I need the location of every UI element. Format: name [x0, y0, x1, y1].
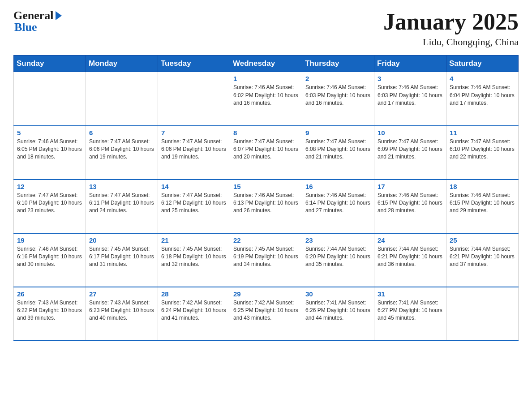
day-number: 24 [378, 236, 443, 244]
logo: General Blue [13, 9, 62, 34]
calendar-cell: 11Sunrise: 7:47 AM Sunset: 6:10 PM Dayli… [446, 126, 519, 180]
day-number: 13 [89, 183, 154, 190]
day-info: Sunrise: 7:46 AM Sunset: 6:02 PM Dayligh… [233, 84, 299, 107]
header-day-tuesday: Tuesday [158, 56, 230, 72]
calendar-cell: 30Sunrise: 7:41 AM Sunset: 6:26 PM Dayli… [302, 287, 374, 341]
day-info: Sunrise: 7:43 AM Sunset: 6:23 PM Dayligh… [89, 299, 154, 322]
day-info: Sunrise: 7:45 AM Sunset: 6:17 PM Dayligh… [89, 245, 154, 269]
day-number: 14 [161, 183, 227, 190]
day-number: 28 [161, 290, 227, 298]
calendar-cell: 9Sunrise: 7:47 AM Sunset: 6:08 PM Daylig… [302, 126, 374, 180]
day-number: 20 [89, 236, 154, 244]
day-info: Sunrise: 7:46 AM Sunset: 6:04 PM Dayligh… [450, 84, 515, 107]
day-number: 3 [378, 75, 443, 82]
calendar-cell: 18Sunrise: 7:46 AM Sunset: 6:15 PM Dayli… [446, 180, 519, 233]
calendar-cell: 10Sunrise: 7:47 AM Sunset: 6:09 PM Dayli… [374, 126, 446, 180]
day-number: 25 [450, 236, 515, 244]
day-info: Sunrise: 7:44 AM Sunset: 6:20 PM Dayligh… [305, 245, 371, 269]
page-header: General Blue January 2025 Lidu, Chongqin… [13, 9, 519, 48]
calendar-cell: 8Sunrise: 7:47 AM Sunset: 6:07 PM Daylig… [230, 126, 302, 180]
day-info: Sunrise: 7:42 AM Sunset: 6:25 PM Dayligh… [233, 299, 299, 322]
day-info: Sunrise: 7:46 AM Sunset: 6:13 PM Dayligh… [233, 192, 299, 215]
calendar-cell: 23Sunrise: 7:44 AM Sunset: 6:20 PM Dayli… [302, 233, 374, 287]
day-number: 26 [17, 290, 82, 298]
day-info: Sunrise: 7:46 AM Sunset: 6:15 PM Dayligh… [378, 192, 443, 215]
day-info: Sunrise: 7:42 AM Sunset: 6:24 PM Dayligh… [161, 299, 227, 322]
calendar-cell: 26Sunrise: 7:43 AM Sunset: 6:22 PM Dayli… [14, 287, 86, 341]
day-info: Sunrise: 7:47 AM Sunset: 6:10 PM Dayligh… [17, 192, 82, 215]
day-number: 12 [17, 183, 82, 190]
header-day-wednesday: Wednesday [230, 56, 302, 72]
calendar-cell: 15Sunrise: 7:46 AM Sunset: 6:13 PM Dayli… [230, 180, 302, 233]
day-number: 27 [89, 290, 154, 298]
day-number: 18 [450, 183, 515, 190]
day-number: 21 [161, 236, 227, 244]
day-info: Sunrise: 7:47 AM Sunset: 6:06 PM Dayligh… [161, 138, 227, 161]
day-number: 9 [305, 129, 371, 137]
calendar-cell: 14Sunrise: 7:47 AM Sunset: 6:12 PM Dayli… [158, 180, 230, 233]
day-info: Sunrise: 7:47 AM Sunset: 6:10 PM Dayligh… [450, 138, 515, 161]
day-number: 4 [450, 75, 515, 82]
day-number: 29 [233, 290, 299, 298]
day-number: 11 [450, 129, 515, 137]
day-number: 10 [378, 129, 443, 137]
calendar-cell: 16Sunrise: 7:46 AM Sunset: 6:14 PM Dayli… [302, 180, 374, 233]
day-number: 6 [89, 129, 154, 137]
day-info: Sunrise: 7:41 AM Sunset: 6:26 PM Dayligh… [305, 299, 371, 322]
calendar-cell [14, 72, 86, 126]
day-info: Sunrise: 7:44 AM Sunset: 6:21 PM Dayligh… [450, 245, 515, 269]
calendar-cell: 20Sunrise: 7:45 AM Sunset: 6:17 PM Dayli… [86, 233, 158, 287]
logo-arrow-icon [56, 11, 62, 20]
day-info: Sunrise: 7:45 AM Sunset: 6:19 PM Dayligh… [233, 245, 299, 269]
calendar-week-1: 1Sunrise: 7:46 AM Sunset: 6:02 PM Daylig… [14, 72, 519, 126]
header-day-friday: Friday [374, 56, 446, 72]
location: Lidu, Chongqing, China [383, 36, 519, 48]
calendar-cell: 6Sunrise: 7:47 AM Sunset: 6:06 PM Daylig… [86, 126, 158, 180]
calendar-week-4: 19Sunrise: 7:46 AM Sunset: 6:16 PM Dayli… [14, 233, 519, 287]
calendar-cell: 25Sunrise: 7:44 AM Sunset: 6:21 PM Dayli… [446, 233, 519, 287]
calendar-table: SundayMondayTuesdayWednesdayThursdayFrid… [13, 55, 519, 341]
day-number: 23 [305, 236, 371, 244]
calendar-cell: 13Sunrise: 7:47 AM Sunset: 6:11 PM Dayli… [86, 180, 158, 233]
day-number: 5 [17, 129, 82, 137]
calendar-week-2: 5Sunrise: 7:46 AM Sunset: 6:05 PM Daylig… [14, 126, 519, 180]
calendar-cell: 3Sunrise: 7:46 AM Sunset: 6:03 PM Daylig… [374, 72, 446, 126]
day-info: Sunrise: 7:45 AM Sunset: 6:18 PM Dayligh… [161, 245, 227, 269]
day-info: Sunrise: 7:46 AM Sunset: 6:16 PM Dayligh… [17, 245, 82, 269]
day-info: Sunrise: 7:46 AM Sunset: 6:05 PM Dayligh… [17, 138, 82, 161]
day-number: 17 [378, 183, 443, 190]
calendar-cell: 7Sunrise: 7:47 AM Sunset: 6:06 PM Daylig… [158, 126, 230, 180]
day-info: Sunrise: 7:47 AM Sunset: 6:08 PM Dayligh… [305, 138, 371, 161]
day-number: 15 [233, 183, 299, 190]
day-info: Sunrise: 7:46 AM Sunset: 6:14 PM Dayligh… [305, 192, 371, 215]
calendar-cell [158, 72, 230, 126]
header-day-saturday: Saturday [446, 56, 519, 72]
calendar-cell: 2Sunrise: 7:46 AM Sunset: 6:03 PM Daylig… [302, 72, 374, 126]
calendar-header-row: SundayMondayTuesdayWednesdayThursdayFrid… [14, 56, 519, 72]
logo-blue-text: Blue [13, 21, 37, 34]
calendar-cell: 29Sunrise: 7:42 AM Sunset: 6:25 PM Dayli… [230, 287, 302, 341]
calendar-cell: 24Sunrise: 7:44 AM Sunset: 6:21 PM Dayli… [374, 233, 446, 287]
day-info: Sunrise: 7:47 AM Sunset: 6:12 PM Dayligh… [161, 192, 227, 215]
calendar-cell: 27Sunrise: 7:43 AM Sunset: 6:23 PM Dayli… [86, 287, 158, 341]
day-info: Sunrise: 7:44 AM Sunset: 6:21 PM Dayligh… [378, 245, 443, 269]
day-info: Sunrise: 7:43 AM Sunset: 6:22 PM Dayligh… [17, 299, 82, 322]
day-info: Sunrise: 7:47 AM Sunset: 6:07 PM Dayligh… [233, 138, 299, 161]
calendar-cell: 28Sunrise: 7:42 AM Sunset: 6:24 PM Dayli… [158, 287, 230, 341]
day-number: 2 [305, 75, 371, 82]
calendar-cell: 22Sunrise: 7:45 AM Sunset: 6:19 PM Dayli… [230, 233, 302, 287]
day-number: 31 [378, 290, 443, 298]
day-number: 1 [233, 75, 299, 82]
calendar-cell [86, 72, 158, 126]
day-number: 7 [161, 129, 227, 137]
day-number: 8 [233, 129, 299, 137]
calendar-cell [446, 287, 519, 341]
calendar-week-3: 12Sunrise: 7:47 AM Sunset: 6:10 PM Dayli… [14, 180, 519, 233]
day-info: Sunrise: 7:41 AM Sunset: 6:27 PM Dayligh… [378, 299, 443, 322]
title-block: January 2025 Lidu, Chongqing, China [383, 9, 519, 48]
calendar-cell: 21Sunrise: 7:45 AM Sunset: 6:18 PM Dayli… [158, 233, 230, 287]
day-info: Sunrise: 7:47 AM Sunset: 6:06 PM Dayligh… [89, 138, 154, 161]
calendar-week-5: 26Sunrise: 7:43 AM Sunset: 6:22 PM Dayli… [14, 287, 519, 341]
month-title: January 2025 [383, 9, 519, 34]
day-info: Sunrise: 7:47 AM Sunset: 6:11 PM Dayligh… [89, 192, 154, 215]
